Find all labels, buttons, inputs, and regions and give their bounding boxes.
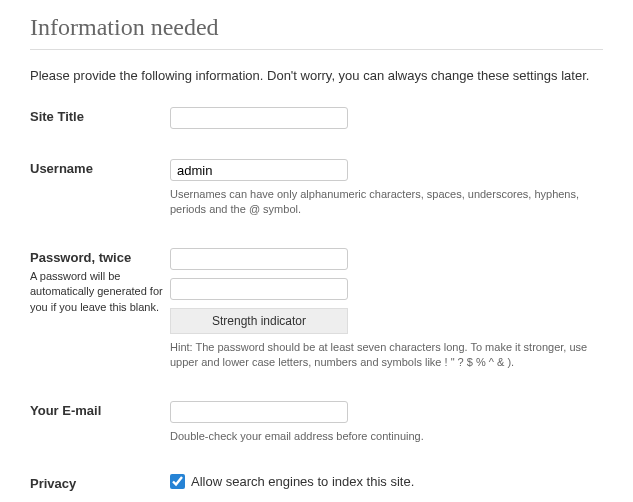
email-label: Your E-mail xyxy=(30,403,101,418)
site-title-row: Site Title xyxy=(30,107,603,129)
email-help: Double-check your email address before c… xyxy=(170,429,603,444)
email-input[interactable] xyxy=(170,401,348,423)
divider xyxy=(30,49,603,50)
username-row: Username Usernames can have only alphanu… xyxy=(30,159,603,218)
privacy-row: Privacy Allow search engines to index th… xyxy=(30,474,603,491)
site-title-label: Site Title xyxy=(30,109,84,124)
username-input[interactable] xyxy=(170,159,348,181)
email-row: Your E-mail Double-check your email addr… xyxy=(30,401,603,444)
page-heading: Information needed xyxy=(30,14,603,41)
intro-text: Please provide the following information… xyxy=(30,68,603,83)
password-hint: Hint: The password should be at least se… xyxy=(170,340,603,371)
password-label: Password, twice xyxy=(30,250,131,265)
password-input-2[interactable] xyxy=(170,278,348,300)
privacy-checkbox[interactable] xyxy=(170,474,185,489)
site-title-input[interactable] xyxy=(170,107,348,129)
password-input-1[interactable] xyxy=(170,248,348,270)
strength-indicator: Strength indicator xyxy=(170,308,348,334)
privacy-label: Privacy xyxy=(30,476,76,491)
username-help: Usernames can have only alphanumeric cha… xyxy=(170,187,603,218)
privacy-checkbox-label: Allow search engines to index this site. xyxy=(191,474,414,489)
password-row: Password, twice A password will be autom… xyxy=(30,248,603,371)
username-label: Username xyxy=(30,161,93,176)
password-sublabel: A password will be automatically generat… xyxy=(30,269,170,315)
